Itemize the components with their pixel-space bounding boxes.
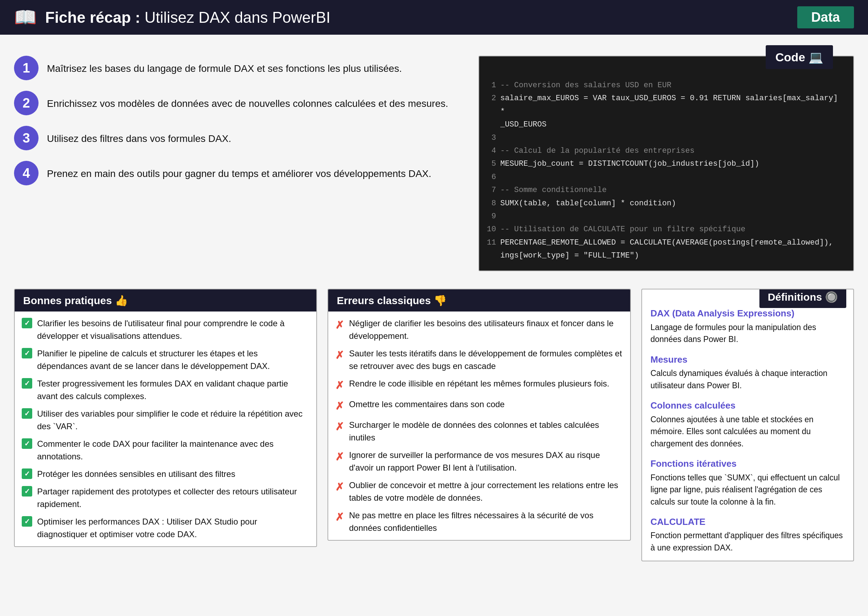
line-number — [486, 118, 496, 131]
code-line: 11PERCENTAGE_REMOTE_ALLOWED = CALCULATE(… — [486, 236, 846, 249]
erreurs-classiques-header: Erreurs classiques 👎 — [328, 289, 630, 311]
x-icon: ✗ — [335, 347, 344, 363]
definition-desc: Colonnes ajoutées à une table et stockée… — [650, 413, 845, 450]
line-number: 1 — [486, 79, 496, 92]
bottom-section: Bonnes pratiques 👍 Clarifier les besoins… — [0, 278, 868, 572]
line-number: 11 — [486, 236, 496, 249]
number-circle: 1 — [14, 56, 39, 80]
book-icon: 📖 — [14, 7, 37, 28]
definition-desc: Langage de formules pour la manipulation… — [650, 321, 845, 346]
line-text: -- Conversion des salaires USD en EUR — [500, 79, 671, 92]
number-circle: 2 — [14, 91, 39, 115]
code-header: Code 💻 — [766, 45, 833, 69]
line-number: 10 — [486, 223, 496, 236]
list-item: ✗ Ignorer de surveiller la performance d… — [335, 449, 623, 474]
header-title: Fiche récap : Utilisez DAX dans PowerBI — [45, 9, 330, 26]
number-circle: 3 — [14, 126, 39, 150]
code-line: _USD_EUROS — [486, 118, 846, 131]
list-item-text: Protéger les données sensibles en utilis… — [37, 468, 235, 480]
list-item-text: Surcharger le modèle de données des colo… — [349, 419, 623, 444]
line-text: -- Calcul de la popularité des entrepris… — [500, 145, 695, 157]
definition-entry: CALCULATE Fonction permettant d'applique… — [650, 515, 845, 554]
list-item-text: Partager rapidement des prototypes et co… — [37, 485, 309, 511]
line-number: 5 — [486, 157, 496, 170]
numbered-items-list: 1 Maîtrisez les bases du langage de form… — [14, 49, 465, 271]
list-item: ✗ Négliger de clarifier les besoins des … — [335, 317, 623, 343]
bonnes-pratiques-box: Bonnes pratiques 👍 Clarifier les besoins… — [14, 289, 317, 547]
line-text: MESURE_job_count = DISTINCTCOUNT(job_ind… — [500, 157, 759, 170]
line-number: 3 — [486, 131, 496, 145]
numbered-item-text: Maîtrisez les bases du langage de formul… — [47, 56, 402, 76]
list-item-text: Optimiser les performances DAX : Utilise… — [37, 515, 309, 541]
definitions-content: DAX (Data Analysis Expressions) Langage … — [642, 289, 853, 561]
check-icon — [22, 468, 32, 479]
list-item-text: Utiliser des variables pour simplifier l… — [37, 407, 309, 433]
list-item-text: Commenter le code DAX pour faciliter la … — [37, 438, 309, 463]
code-line: 6 — [486, 171, 846, 184]
check-icon — [22, 378, 32, 388]
check-icon — [22, 438, 32, 449]
check-icon — [22, 408, 32, 419]
list-item: ✗ Ne pas mettre en place les filtres néc… — [335, 509, 623, 534]
check-icon — [22, 318, 32, 328]
list-item: Optimiser les performances DAX : Utilise… — [22, 515, 309, 541]
list-item: ✗ Sauter les tests itératifs dans le dév… — [335, 347, 623, 372]
list-item: Tester progressivement les formules DAX … — [22, 377, 309, 402]
numbered-item-text: Enrichissez vos modèles de données avec … — [47, 91, 448, 111]
line-text: salaire_max_EUROS = VAR taux_USD_EUROS =… — [500, 92, 846, 118]
definition-entry: DAX (Data Analysis Expressions) Langage … — [650, 307, 845, 345]
list-item: Partager rapidement des prototypes et co… — [22, 485, 309, 511]
code-line: 10-- Utilisation de CALCULATE pour un fi… — [486, 223, 846, 236]
erreurs-classiques-box: Erreurs classiques 👎 ✗ Négliger de clari… — [328, 289, 631, 541]
check-icon — [22, 486, 32, 497]
numbered-item-text: Prenez en main des outils pour gagner du… — [47, 161, 431, 181]
definition-desc: Fonction permettant d'appliquer des filt… — [650, 530, 845, 554]
definition-desc: Fonctions telles que `SUMX`, qui effectu… — [650, 471, 845, 508]
list-item: Protéger les données sensibles en utilis… — [22, 468, 309, 480]
code-content: 1-- Conversion des salaires USD en EUR2s… — [479, 71, 853, 270]
definition-entry: Colonnes calculées Colonnes ajoutées à u… — [650, 399, 845, 449]
line-number: 8 — [486, 197, 496, 210]
code-box: 1-- Conversion des salaires USD en EUR2s… — [479, 56, 854, 271]
list-item: ✗ Oublier de concevoir et mettre à jour … — [335, 479, 623, 504]
definition-term: DAX (Data Analysis Expressions) — [650, 307, 845, 319]
list-item-text: Omettre les commentaires dans son code — [349, 398, 504, 411]
list-item: Clarifier les besoins de l'utilisateur f… — [22, 317, 309, 343]
definition-term: Fonctions itératives — [650, 457, 845, 470]
erreurs-classiques-items: ✗ Négliger de clarifier les besoins des … — [328, 311, 630, 540]
numbered-item-text: Utilisez des filtres dans vos formules D… — [47, 126, 231, 146]
definitions-header: Définitions 🔘 — [760, 289, 846, 308]
list-item: Planifier le pipeline de calculs et stru… — [22, 347, 309, 372]
definition-entry: Fonctions itératives Fonctions telles qu… — [650, 457, 845, 508]
definitions-box: Définitions 🔘 DAX (Data Analysis Express… — [641, 289, 854, 561]
check-icon — [22, 348, 32, 358]
numbered-item: 2 Enrichissez vos modèles de données ave… — [14, 91, 465, 115]
list-item: ✗ Surcharger le modèle de données des co… — [335, 419, 623, 444]
list-item-text: Oublier de concevoir et mettre à jour co… — [349, 479, 623, 504]
code-line: 2salaire_max_EUROS = VAR taux_USD_EUROS … — [486, 92, 846, 118]
definition-term: CALCULATE — [650, 515, 845, 528]
x-icon: ✗ — [335, 419, 344, 434]
page: 📖 Fiche récap : Utilisez DAX dans PowerB… — [0, 0, 868, 616]
code-line: ings[work_type] = "FULL_TIME") — [486, 249, 846, 262]
bonnes-pratiques-items: Clarifier les besoins de l'utilisateur f… — [15, 311, 316, 546]
definition-term: Colonnes calculées — [650, 399, 845, 412]
line-number — [486, 249, 496, 262]
code-line: 8SUMX(table, table[column] * condition) — [486, 197, 846, 210]
code-line: 9 — [486, 210, 846, 223]
list-item-text: Ne pas mettre en place les filtres néces… — [349, 509, 623, 534]
line-number: 7 — [486, 184, 496, 196]
x-icon: ✗ — [335, 449, 344, 465]
list-item: ✗ Rendre le code illisible en répétant l… — [335, 377, 623, 393]
header-title-bold: Fiche récap : — [45, 9, 140, 26]
code-line: 7-- Somme conditionnelle — [486, 184, 846, 196]
code-line: 5MESURE_job_count = DISTINCTCOUNT(job_in… — [486, 157, 846, 170]
line-number: 2 — [486, 92, 496, 118]
list-item-text: Tester progressivement les formules DAX … — [37, 377, 309, 402]
list-item: ✗ Omettre les commentaires dans son code — [335, 398, 623, 414]
main-top: 1 Maîtrisez les bases du langage de form… — [0, 35, 868, 271]
x-icon: ✗ — [335, 398, 344, 414]
line-text: -- Somme conditionnelle — [500, 184, 607, 196]
list-item-text: Clarifier les besoins de l'utilisateur f… — [37, 317, 309, 343]
code-line: 4-- Calcul de la popularité des entrepri… — [486, 145, 846, 157]
